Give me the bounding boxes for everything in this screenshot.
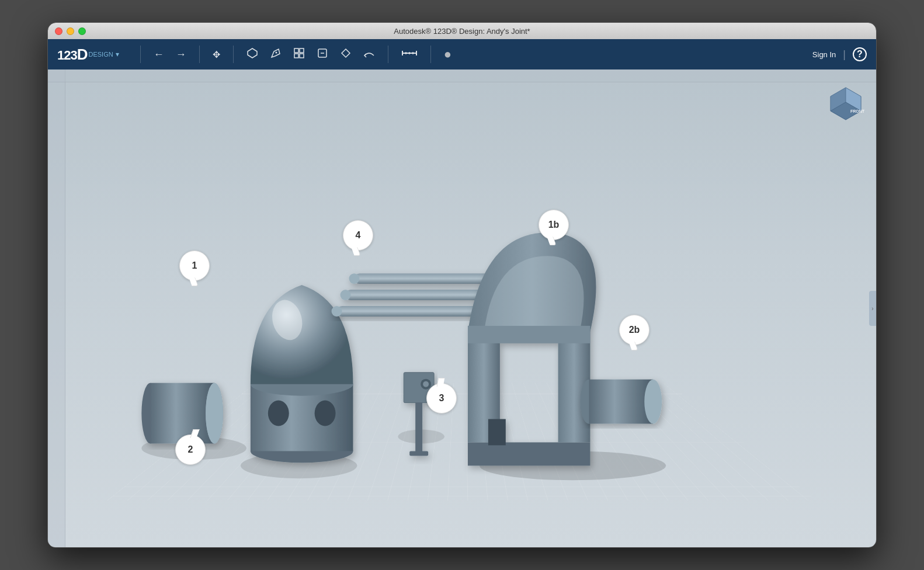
toolbar-divider-5 (430, 46, 431, 63)
svg-rect-3 (294, 54, 298, 58)
modify-button[interactable] (313, 45, 332, 64)
svg-rect-42 (468, 442, 590, 465)
object-2 (141, 383, 223, 444)
bubble-2: 2 (175, 435, 206, 465)
sketch-icon (270, 47, 282, 62)
svg-point-31 (423, 381, 429, 387)
construct-icon (293, 47, 305, 62)
logo-sub: DESIGN (89, 51, 113, 58)
object-2b (581, 380, 662, 424)
bubble-2b: 2b (619, 315, 649, 345)
bubble-3: 3 (426, 383, 457, 413)
svg-point-20 (206, 383, 223, 444)
primitives-icon (246, 47, 258, 62)
group-icon (363, 47, 375, 62)
logo-chevron-icon: ▾ (116, 50, 119, 58)
scene-3d (48, 69, 876, 547)
view-cube[interactable]: FRONT (825, 79, 867, 121)
logo-text: 123D (57, 46, 88, 64)
redo-button[interactable]: → (172, 46, 190, 63)
primitives-button[interactable] (243, 45, 262, 64)
transform-icon: ✥ (213, 49, 220, 60)
object-1b (468, 232, 596, 465)
svg-point-49 (644, 380, 662, 424)
svg-rect-2 (300, 48, 304, 53)
expand-handle[interactable]: › (869, 291, 876, 326)
svg-rect-18 (150, 383, 214, 444)
window-title: Autodesk® 123D® Design: Andy's Joint* (394, 27, 530, 36)
maximize-button[interactable] (78, 27, 86, 35)
bubble-3-label: 3 (439, 393, 444, 404)
sketch-button[interactable] (266, 45, 285, 64)
minimize-button[interactable] (67, 27, 74, 35)
toolbar-divider-1 (140, 46, 141, 63)
svg-point-34 (349, 273, 359, 284)
svg-rect-45 (468, 326, 590, 343)
group-button[interactable] (360, 45, 378, 64)
title-bar: Autodesk® 123D® Design: Andy's Joint* (48, 23, 876, 39)
bubble-1-label: 1 (192, 260, 197, 271)
svg-point-40 (332, 306, 342, 317)
svg-point-25 (268, 401, 289, 426)
toolbar-divider-3 (233, 46, 234, 63)
material-button[interactable]: ● (440, 44, 455, 64)
svg-rect-1 (294, 48, 298, 53)
toolbar-divider-4 (388, 46, 388, 63)
svg-rect-27 (415, 402, 422, 454)
bubble-1b: 1b (539, 210, 569, 240)
sign-in-button[interactable]: Sign In (812, 50, 836, 59)
undo-button[interactable]: ← (150, 46, 168, 63)
svg-point-26 (315, 401, 336, 426)
window-buttons (55, 27, 86, 35)
redo-icon: → (176, 48, 186, 61)
logo-area[interactable]: 123D DESIGN ▾ (57, 46, 119, 64)
bubble-2b-label: 2b (629, 325, 640, 335)
bubble-2-label: 2 (188, 444, 193, 455)
modify-icon (317, 47, 328, 62)
bubble-1: 1 (179, 251, 210, 281)
mac-window: Autodesk® 123D® Design: Andy's Joint* 12… (47, 22, 877, 548)
svg-point-37 (341, 290, 351, 300)
help-button[interactable]: ? (853, 47, 867, 61)
toolbar-right: Sign In | ? (812, 47, 867, 61)
svg-text:FRONT: FRONT (850, 109, 865, 113)
toolbar: 123D DESIGN ▾ ← → ✥ (48, 39, 876, 69)
svg-rect-32 (409, 451, 428, 456)
measure-icon (401, 47, 418, 62)
toolbar-separator: | (843, 48, 846, 61)
viewport[interactable]: 1 1b 2 2b 3 4 FRONT (48, 69, 876, 547)
view-cube-svg: FRONT (825, 79, 867, 121)
object-3 (404, 373, 434, 456)
pattern-button[interactable] (336, 45, 355, 64)
transform-button[interactable]: ✥ (209, 47, 224, 62)
close-button[interactable] (55, 27, 62, 35)
svg-rect-46 (488, 419, 506, 446)
bubble-4: 4 (343, 220, 373, 251)
bubble-1b-label: 1b (548, 220, 560, 230)
pattern-icon (340, 47, 352, 62)
svg-rect-4 (300, 54, 304, 58)
undo-icon: ← (154, 48, 164, 61)
svg-rect-48 (589, 380, 653, 424)
construct-button[interactable] (290, 45, 308, 64)
material-sphere-icon: ● (444, 47, 451, 62)
toolbar-divider-2 (199, 46, 200, 63)
measure-button[interactable] (398, 45, 421, 64)
bubble-4-label: 4 (356, 230, 361, 241)
svg-point-0 (275, 51, 277, 53)
